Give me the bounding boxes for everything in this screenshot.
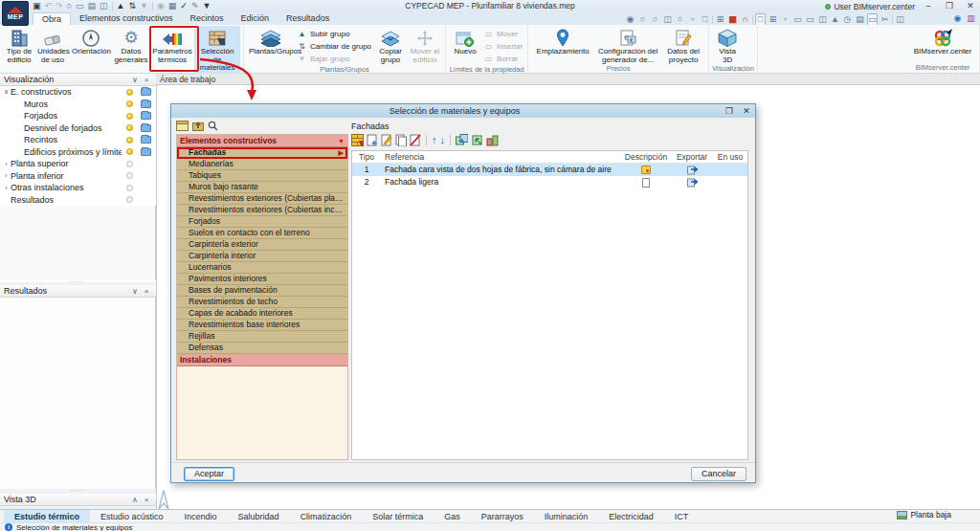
tab-iluminacion[interactable]: Iluminación: [534, 510, 599, 522]
blank-doc-icon[interactable]: [642, 178, 650, 188]
tree-item-forjados[interactable]: Forjados: [0, 110, 156, 122]
category-revestimientos-techo[interactable]: Revestimientos de techo: [177, 297, 347, 308]
group-down-icon[interactable]: ▼: [140, 1, 148, 11]
visibility-bulb-icon[interactable]: [126, 161, 133, 167]
close-icon[interactable]: ×: [141, 74, 152, 85]
visibility-bulb-icon[interactable]: [126, 185, 133, 191]
close-button[interactable]: ✕: [963, 0, 978, 12]
chevron-down-icon[interactable]: ∨: [129, 285, 141, 297]
group-switch-icon[interactable]: ⇅: [129, 1, 137, 11]
print-icon[interactable]: ▭: [76, 1, 84, 11]
copiar-grupo-button[interactable]: Copiar grupo: [373, 26, 408, 64]
layer-folder-icon[interactable]: [141, 100, 151, 108]
category-medianerias[interactable]: Medianerías: [177, 159, 347, 170]
table-row[interactable]: 1 Fachada cara vista de dos hojas de fáb…: [352, 164, 747, 176]
visibility-bulb-icon[interactable]: [126, 113, 133, 120]
tab-elementos-constructivos[interactable]: Elementos constructivos: [71, 12, 182, 25]
vista-3d-button[interactable]: Vista 3D: [712, 26, 743, 64]
close-icon[interactable]: ×: [141, 494, 152, 505]
category-lucernarios[interactable]: Lucernarios: [177, 262, 347, 274]
folder-up-icon[interactable]: [192, 121, 204, 131]
cambiar-de-grupo-button[interactable]: ⇅ Cambiar de grupo: [295, 40, 373, 53]
config-icon[interactable]: ▦: [168, 1, 177, 11]
category-rejillas[interactable]: Rejillas: [177, 331, 347, 343]
tab-salubridad[interactable]: Salubridad: [228, 510, 290, 522]
tree-item-edificios-proximos[interactable]: Edificios próximos y límites de ...: [0, 146, 156, 159]
bimserver-user[interactable]: User BIMserver.center: [825, 2, 915, 11]
mover-button[interactable]: ▭ Mover: [481, 28, 524, 40]
seleccion-de-materiales-button[interactable]: Selección de materiales y...: [194, 26, 240, 81]
tree-item-planta-inferior[interactable]: › Planta inferior: [0, 170, 156, 183]
layer-folder-icon[interactable]: [141, 88, 151, 96]
clock-icon[interactable]: ◷: [842, 14, 853, 25]
tab-electricidad[interactable]: Electricidad: [598, 510, 664, 522]
menu-more-icon[interactable]: ▼: [202, 1, 211, 11]
tab-ict[interactable]: ICT: [664, 510, 700, 522]
globe-icon[interactable]: ◉: [952, 13, 963, 24]
orientacion-button[interactable]: Orientación: [70, 26, 112, 56]
zoom-window-icon[interactable]: ○: [637, 14, 648, 25]
update-library-icon[interactable]: [486, 134, 499, 146]
tab-estudio-termico[interactable]: Estudio térmico: [4, 510, 90, 522]
category-rev-ext-planas[interactable]: Revestimientos exteriores (Cubiertas pla…: [177, 193, 347, 205]
col-en-uso[interactable]: En uso: [713, 151, 747, 163]
chevron-up-icon[interactable]: ∧: [129, 494, 141, 505]
tree-item-planta-superior[interactable]: › Planta superior: [0, 158, 156, 170]
layer-folder-icon[interactable]: [141, 124, 151, 132]
category-rev-ext-inclinadas[interactable]: Revestimientos exteriores (Cubiertas inc…: [177, 205, 347, 216]
capture-icon[interactable]: ▤: [88, 1, 97, 11]
save-icon[interactable]: ▣: [33, 1, 41, 11]
expander-icon[interactable]: ∨: [2, 88, 11, 96]
redo-icon[interactable]: ↷: [56, 1, 63, 11]
dimension-icon[interactable]: ▭: [792, 14, 803, 25]
tree-item-otras-instalaciones[interactable]: › Otras instalaciones: [0, 182, 156, 194]
tipo-de-edificio-button[interactable]: Tipo de edificio: [3, 26, 35, 64]
tab-climatizacion[interactable]: Climatización: [290, 510, 363, 522]
category-bases-pavimentacion[interactable]: Bases de pavimentación: [177, 285, 347, 297]
current-plant-selector[interactable]: Planta baja: [897, 510, 951, 520]
add-element-icon[interactable]: [351, 134, 364, 146]
snap-grid-icon[interactable]: ▦: [727, 14, 738, 25]
fullscreen-icon[interactable]: □: [700, 14, 710, 25]
minimize-button[interactable]: –: [921, 0, 936, 12]
expander-icon[interactable]: ›: [2, 185, 11, 191]
emplazamiento-button[interactable]: Emplazamiento: [531, 26, 594, 56]
layout-icon[interactable]: ◫: [895, 14, 905, 25]
template-icon[interactable]: ▤: [855, 14, 865, 25]
category-defensas[interactable]: Defensas: [177, 343, 347, 354]
app-logo[interactable]: MEP: [2, 1, 29, 26]
col-exportar[interactable]: Exportar: [671, 151, 713, 163]
zoom-previous-icon[interactable]: ○: [650, 14, 660, 25]
tab-edicion[interactable]: Edición: [233, 12, 278, 25]
visibility-bulb-icon[interactable]: [126, 148, 133, 155]
group-up-icon[interactable]: ▲: [117, 1, 125, 11]
chevron-down-icon[interactable]: ∨: [129, 74, 141, 85]
export-library-icon[interactable]: [456, 134, 468, 146]
redraw-icon[interactable]: ◉: [625, 14, 635, 25]
export-view-icon[interactable]: ◫: [100, 1, 108, 11]
category-carpinteria-interior[interactable]: Carpintería interior: [177, 251, 347, 262]
bimserver-center-button[interactable]: BIMserver.center: [909, 26, 976, 56]
zoom-icon[interactable]: ○: [67, 1, 72, 11]
col-descripcion[interactable]: Descripción: [621, 151, 671, 163]
insertar-button[interactable]: ▭ Insertar: [481, 40, 524, 53]
visibility-bulb-icon[interactable]: [126, 196, 133, 203]
category-tabiques[interactable]: Tabiques: [177, 170, 347, 182]
keyboard-icon[interactable]: ▭: [805, 14, 815, 25]
hand-icon[interactable]: ▫: [687, 14, 698, 25]
col-referencia[interactable]: Referencia: [381, 151, 621, 163]
edit-icon[interactable]: ✎: [191, 1, 199, 11]
mover-el-edificio-button[interactable]: Mover el edificio: [408, 26, 442, 64]
tab-gas[interactable]: Gas: [434, 510, 471, 522]
check-icon[interactable]: ✓: [180, 1, 188, 11]
plantas-grupos-button[interactable]: Plantas/Grupos: [247, 26, 295, 56]
tab-recintos[interactable]: Recintos: [182, 12, 233, 25]
layer-folder-icon[interactable]: [141, 112, 151, 120]
configuracion-generador-button[interactable]: €€ Configuración del generador de...: [594, 26, 661, 64]
category-muros-bajo-rasante[interactable]: Muros bajo rasante: [177, 182, 347, 193]
borrar-button[interactable]: ▭ Borrar: [481, 53, 524, 65]
help-book-icon[interactable]: ▥: [966, 13, 976, 24]
datos-del-proyecto-button[interactable]: Datos del proyecto: [661, 26, 705, 64]
edit-row-icon[interactable]: [381, 134, 392, 146]
visibility-bulb-icon[interactable]: [126, 89, 133, 96]
